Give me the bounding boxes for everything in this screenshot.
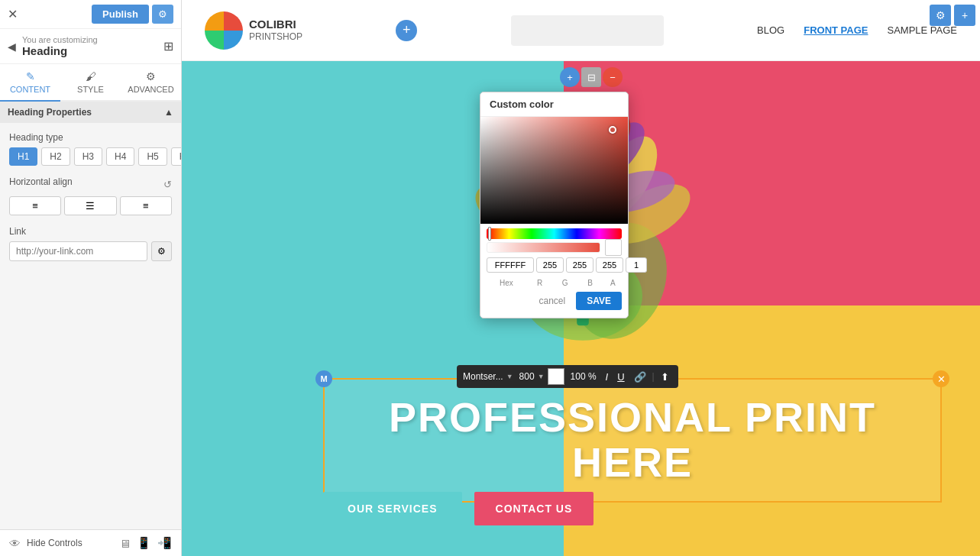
mobile-icon[interactable]: 📲 (157, 536, 172, 550)
close-button[interactable]: ✕ (8, 7, 18, 21)
tablet-icon[interactable]: 📱 (137, 536, 151, 550)
cp-actions: cancel SAVE (487, 292, 622, 310)
font-selector[interactable]: Montser... (463, 371, 503, 382)
cp-cursor (609, 126, 616, 134)
cta-contact-button[interactable]: CONTACT US (474, 492, 594, 525)
panel-header: ◀ You are customizing Heading ⊞ (0, 29, 181, 64)
link-settings-btn[interactable]: ⚙ (151, 241, 172, 261)
left-panel: ✕ Publish ⚙ ◀ You are customizing Headin… (0, 0, 182, 556)
cp-r-input[interactable] (536, 257, 564, 273)
section-title: Heading Properties (8, 107, 92, 118)
heading-h1-btn[interactable]: H1 (9, 147, 37, 166)
hero-text-wrapper: M ✕ PROFESSIONAL PRINT HERE (323, 378, 942, 503)
heading-h2-btn[interactable]: H2 (41, 147, 70, 166)
nav-placeholder (511, 15, 664, 46)
panel-footer: 👁 Hide Controls 🖥 📱 📲 (0, 529, 181, 556)
cp-g-input[interactable] (566, 257, 593, 273)
tab-advanced-label: ADVANCED (128, 85, 173, 94)
cp-g-label: G (554, 279, 577, 287)
cp-b-label: B (579, 279, 602, 287)
panel-gear-button[interactable]: ⚙ (152, 5, 173, 24)
toolbar-sep: | (652, 371, 655, 382)
cp-alpha-area (487, 242, 622, 253)
toolbar-color-swatch[interactable] (548, 368, 564, 385)
align-left-btn[interactable]: ≡ (9, 196, 61, 215)
cp-input-labels: Hex R G B A (487, 279, 622, 287)
hero-heading[interactable]: PROFESSIONAL PRINT HERE (348, 395, 917, 486)
edit-toolbar-row: + ⊟ − (560, 67, 623, 87)
logo-icon (205, 11, 243, 50)
heading-type-label: Heading type (9, 132, 172, 143)
settings-plus-btn[interactable]: + (954, 5, 975, 26)
align-center-btn[interactable]: ☰ (64, 196, 116, 215)
publish-button[interactable]: Publish (92, 5, 149, 24)
tab-advanced[interactable]: ⚙ ADVANCED (121, 64, 181, 100)
cp-save-button[interactable]: SAVE (576, 292, 622, 310)
panel-tabs: ✎ CONTENT 🖌 STYLE ⚙ ADVANCED (0, 64, 181, 102)
close-badge[interactable]: ✕ (933, 370, 949, 387)
edit-eq-btn[interactable]: ⊟ (581, 67, 601, 87)
link-row: ⚙ (9, 241, 172, 261)
cp-title: Custom color (480, 92, 628, 117)
color-picker-dialog: Custom color Hex R G B A cancel SAVE (480, 92, 629, 318)
cp-b-input[interactable] (596, 257, 623, 273)
nav-link-sample[interactable]: SAMPLE PAGE (887, 24, 957, 36)
cta-row: OUR SERVICES CONTACT US (323, 492, 593, 525)
hide-controls-label: Hide Controls (27, 538, 82, 548)
cp-white-swatch[interactable] (605, 239, 622, 256)
panel-content: Heading Properties ▲ Heading type H1 H2 … (0, 102, 181, 529)
main-canvas: COLIBRI PRINTSHOP + BLOG FRONT PAGE SAMP… (182, 0, 980, 556)
weight-selector[interactable]: 800 (519, 371, 535, 382)
grid-icon-button[interactable]: ⊞ (163, 39, 173, 53)
toolbar-underline-btn[interactable]: U (614, 370, 627, 384)
hero-line2: HERE (572, 439, 693, 485)
toolbar-italic-btn[interactable]: I (603, 370, 612, 384)
cp-r-label: R (529, 279, 551, 287)
cp-gradient-area[interactable] (480, 117, 628, 224)
section-chevron-icon: ▲ (164, 107, 173, 118)
m-badge: M (315, 370, 332, 387)
cp-a-input[interactable] (626, 257, 647, 273)
toolbar-more-btn[interactable]: ⬆ (658, 370, 672, 384)
nav-add-button[interactable]: + (396, 20, 417, 41)
align-options: ≡ ☰ ≡ (9, 196, 172, 215)
site-nav: BLOG FRONT PAGE SAMPLE PAGE (757, 24, 957, 36)
toolbar-link-btn[interactable]: 🔗 (631, 370, 649, 384)
cp-hue-cursor (488, 227, 491, 241)
tab-content[interactable]: ✎ CONTENT (0, 64, 60, 102)
toolbar-chevron-font: ▼ (506, 373, 513, 380)
customize-label: You are customizing (22, 35, 98, 44)
edit-add-btn[interactable]: + (560, 67, 580, 87)
nav-link-front[interactable]: FRONT PAGE (804, 24, 868, 36)
edit-minus-btn[interactable]: − (603, 67, 623, 87)
nav-link-blog[interactable]: BLOG (757, 24, 784, 36)
heading-h5-btn[interactable]: H5 (138, 147, 167, 166)
align-right-btn[interactable]: ≡ (120, 196, 172, 215)
heading-h3-btn[interactable]: H3 (74, 147, 102, 166)
align-refresh-btn[interactable]: ↺ (163, 179, 172, 190)
tab-style-label: STYLE (77, 85, 104, 94)
percent-field[interactable]: 100 % (571, 371, 597, 382)
back-button[interactable]: ◀ (8, 40, 16, 53)
tab-style[interactable]: 🖌 STYLE (60, 64, 121, 100)
align-row: Horizontal align ↺ (9, 176, 172, 192)
heading-h6-btn[interactable]: H6 (171, 147, 181, 166)
cp-hex-input[interactable] (487, 257, 534, 273)
cp-cancel-button[interactable]: cancel (535, 292, 571, 310)
site-topbar: COLIBRI PRINTSHOP + BLOG FRONT PAGE SAMP… (182, 0, 980, 61)
cp-alpha-bar[interactable] (487, 242, 600, 253)
heading-type-row: H1 H2 H3 H4 H5 H6 (9, 147, 172, 166)
cta-services-button[interactable]: OUR SERVICES (323, 492, 462, 525)
hero-section: M ✕ PROFESSIONAL PRINT HERE (323, 378, 942, 503)
hero-text-box[interactable]: PROFESSIONAL PRINT HERE (323, 378, 942, 503)
cp-hue-bar[interactable] (487, 228, 622, 239)
advanced-tab-icon: ⚙ (146, 70, 156, 82)
link-input[interactable] (9, 241, 147, 261)
eye-icon[interactable]: 👁 (9, 537, 21, 550)
settings-gear-btn[interactable]: ⚙ (930, 5, 951, 26)
heading-h4-btn[interactable]: H4 (106, 147, 134, 166)
desktop-icon[interactable]: 🖥 (119, 537, 131, 550)
cp-a-label: A (604, 279, 622, 287)
toolbar-chevron-weight: ▼ (538, 373, 545, 380)
logo-text-line1: COLIBRI (249, 18, 302, 31)
